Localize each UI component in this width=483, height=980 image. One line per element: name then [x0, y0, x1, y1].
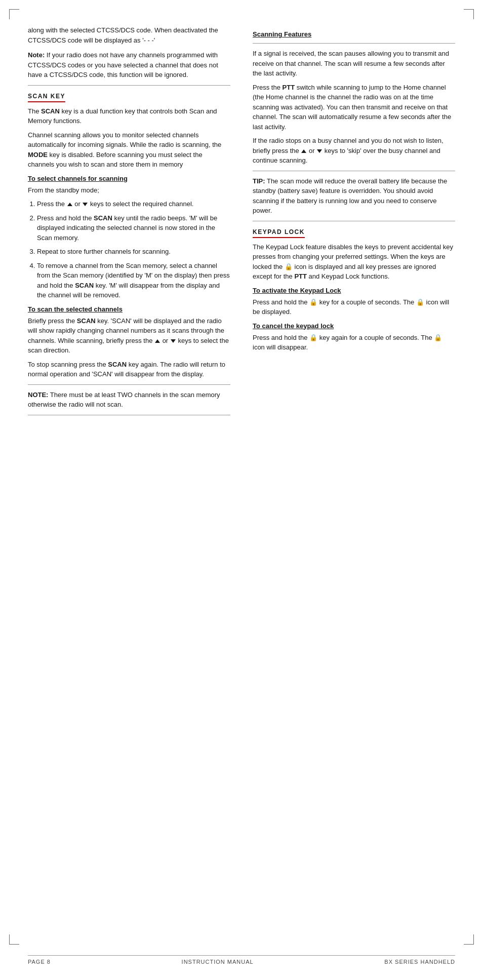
- keypad-lock-section: KEYPAD LOCK The Keypad Lock feature disa…: [253, 226, 455, 352]
- lock-icon-1: 🔒: [285, 262, 293, 272]
- sf-p3: If the radio stops on a busy channel and…: [253, 136, 455, 166]
- kl-p1-end: and Keypad Lock functions.: [307, 272, 389, 280]
- footer-series: BX SERIES HANDHELD: [384, 959, 455, 965]
- corner-mark-bottom-left: [9, 934, 19, 945]
- divider-2: [28, 384, 230, 385]
- step2-pre: Press and hold the: [37, 214, 94, 222]
- note-2-text: NOTE: There must be at least TWO channel…: [28, 390, 230, 410]
- arrow-up-icon-2: [155, 339, 160, 343]
- cancel-p1: Press and hold the 🔒 key again for a cou…: [253, 333, 455, 352]
- divider-3: [28, 415, 230, 415]
- lock-icon-4: 🔒: [309, 333, 317, 343]
- scan-step-1: Press the or keys to select the required…: [37, 199, 230, 209]
- sf-p2-pre: Press the: [253, 84, 283, 91]
- scan-key-p2-bold: MODE: [28, 151, 48, 159]
- scan-key-p2: Channel scanning allows you to monitor s…: [28, 130, 230, 170]
- ss-or: or: [163, 337, 170, 344]
- step4-scan: SCAN: [75, 282, 94, 289]
- select-channels-heading: To select channels for scanning: [28, 175, 230, 182]
- arrow-up-icon-1: [67, 203, 72, 206]
- scan-key-p1-pre: The: [28, 107, 41, 115]
- lock-icon-2: 🔒: [309, 297, 317, 307]
- scan-key-heading: SCAN KEY: [28, 93, 65, 102]
- arrow-down-icon-2: [171, 339, 176, 343]
- activate-heading: To activate the Keypad Lock: [253, 287, 455, 294]
- scanning-features-section: Scanning Features If a signal is receive…: [253, 30, 455, 166]
- arrow-down-icon-1: [83, 203, 88, 206]
- from-standby-text: From the standby mode;: [28, 185, 230, 195]
- footer: PAGE 8 INSTRUCTION MANUAL BX SERIES HAND…: [28, 955, 455, 965]
- corner-mark-top-left: [9, 9, 19, 19]
- scanning-features-heading: Scanning Features: [253, 30, 455, 38]
- scan-selected-heading: To scan the selected channels: [28, 305, 230, 313]
- scan-key-section: SCAN KEY The SCAN key is a dual function…: [28, 91, 230, 170]
- divider-1: [28, 85, 230, 86]
- page: along with the selected CTCSS/DCS code. …: [0, 0, 483, 980]
- divider-5: [253, 171, 455, 171]
- keypad-lock-heading: KEYPAD LOCK: [253, 228, 305, 238]
- step1-pre: Press the: [37, 200, 67, 208]
- cancel-heading: To cancel the keypad lock: [253, 322, 455, 330]
- divider-6: [253, 221, 455, 221]
- ctcss-intro-block: along with the selected CTCSS/DCS code. …: [28, 25, 230, 45]
- step2-scan: SCAN: [94, 214, 112, 222]
- tip-label: TIP:: [253, 177, 265, 185]
- tip-block: TIP: The scan mode will reduce the overa…: [253, 176, 455, 216]
- footer-manual: INSTRUCTION MANUAL: [182, 959, 254, 965]
- ctcss-intro-text: along with the selected CTCSS/DCS code. …: [28, 25, 230, 45]
- can-p1-post: key again for a couple of seconds. The: [319, 334, 434, 341]
- note-label-2: NOTE:: [28, 391, 48, 399]
- note-1-body: If your radio does not have any channels…: [28, 51, 218, 79]
- divider-4: [253, 43, 455, 44]
- activate-p1: Press and hold the 🔒 key for a couple of…: [253, 297, 455, 317]
- act-p1-pre: Press and hold the: [253, 298, 309, 306]
- note-block-2: NOTE: There must be at least TWO channel…: [28, 390, 230, 410]
- step1-post: keys to select the required channel.: [90, 200, 194, 208]
- note-2-body: There must be at least TWO channels in t…: [28, 391, 220, 409]
- lock-icon-3: 🔒: [416, 297, 424, 307]
- footer-page: PAGE 8: [28, 959, 51, 965]
- note-label-1: Note:: [28, 51, 45, 59]
- scan-step-2: Press and hold the SCAN key until the ra…: [37, 213, 230, 243]
- scan-steps-list: Press the or keys to select the required…: [28, 199, 230, 300]
- arrow-up-icon-3: [301, 149, 306, 153]
- ss-p2-scan: SCAN: [108, 361, 127, 368]
- lock-icon-5: 🔒: [434, 333, 442, 343]
- tip-text: TIP: The scan mode will reduce the overa…: [253, 176, 455, 216]
- left-column: along with the selected CTCSS/DCS code. …: [28, 25, 242, 420]
- step3-text: Repeat to store further channels for sca…: [37, 248, 171, 255]
- kl-p1: The Keypad Lock feature disables the key…: [253, 242, 455, 282]
- sf-p1: If a signal is received, the scan pauses…: [253, 49, 455, 79]
- note-block-1: Note: If your radio does not have any ch…: [28, 50, 230, 80]
- can-p1-pre: Press and hold the: [253, 334, 309, 341]
- scan-selected-p2: To stop scanning press the SCAN key agai…: [28, 360, 230, 379]
- scan-step-4: To remove a channel from the Scan memory…: [37, 261, 230, 300]
- scan-step-3: Repeat to store further channels for sca…: [37, 247, 230, 257]
- act-p1-post: key for a couple of seconds. The: [319, 298, 416, 306]
- kl-p1-ptt: PTT: [294, 272, 307, 280]
- scan-key-p1-bold: SCAN: [41, 107, 60, 115]
- corner-mark-top-right: [464, 9, 474, 19]
- scan-key-p1: The SCAN key is a dual function key that…: [28, 106, 230, 126]
- select-channels-section: To select channels for scanning From the…: [28, 175, 230, 300]
- can-p1-end: icon will disappear.: [253, 343, 308, 351]
- sf-p3-or: or: [309, 147, 316, 154]
- ss-p1-pre: Briefly press the: [28, 317, 77, 325]
- ss-p1-scan: SCAN: [77, 317, 96, 325]
- ss-p2-pre: To stop scanning press the: [28, 361, 108, 368]
- sf-p2-ptt: PTT: [283, 84, 295, 91]
- right-column: Scanning Features If a signal is receive…: [242, 25, 455, 420]
- note-1-text: Note: If your radio does not have any ch…: [28, 50, 230, 80]
- tip-body: The scan mode will reduce the overall ba…: [253, 177, 447, 215]
- corner-mark-bottom-right: [464, 934, 474, 945]
- scan-key-p2-pre: Channel scanning allows you to monitor s…: [28, 131, 221, 149]
- arrow-down-icon-3: [317, 149, 322, 153]
- scan-selected-p1: Briefly press the SCAN key. 'SCAN' will …: [28, 316, 230, 356]
- scan-key-p2-post: key is disabled. Before scanning you mus…: [28, 151, 203, 169]
- sf-p2: Press the PTT switch while scanning to j…: [253, 83, 455, 132]
- step1-or: or: [74, 200, 82, 208]
- content-area: along with the selected CTCSS/DCS code. …: [0, 0, 483, 461]
- scan-selected-section: To scan the selected channels Briefly pr…: [28, 305, 230, 379]
